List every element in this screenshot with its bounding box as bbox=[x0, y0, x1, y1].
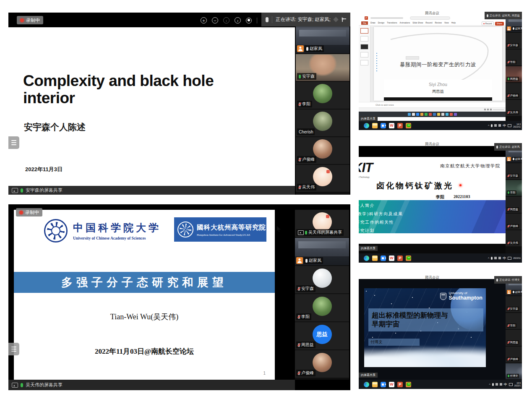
participant-tile[interactable]: 安宇森 bbox=[506, 296, 522, 312]
slide-thumbnail[interactable] bbox=[360, 60, 368, 65]
ribbon-tab-draw[interactable]: Draw bbox=[370, 21, 376, 25]
ribbon-tab-view[interactable]: View bbox=[444, 21, 449, 25]
keyboard-icon[interactable] bbox=[508, 124, 511, 127]
wps-icon[interactable] bbox=[389, 256, 394, 261]
tray-volume-icon[interactable] bbox=[498, 124, 501, 127]
ime-indicator[interactable]: 中 bbox=[503, 256, 506, 261]
participant-tile[interactable]: 思益周思益 bbox=[506, 330, 522, 346]
ribbon-tab-file[interactable]: File bbox=[361, 21, 368, 25]
slide-thumbnail[interactable] bbox=[360, 28, 368, 34]
search-input[interactable] bbox=[410, 16, 450, 20]
participant-tile[interactable]: 李阳 bbox=[296, 82, 349, 109]
ribbon-tab-review[interactable]: Review bbox=[435, 21, 441, 25]
slide-thumbnail[interactable] bbox=[360, 52, 368, 57]
zoom-out-icon[interactable]: − bbox=[212, 17, 218, 23]
wps-icon[interactable] bbox=[389, 382, 394, 387]
ime-indicator[interactable]: 中 bbox=[504, 382, 507, 387]
participant-tile[interactable]: 赵家凤 bbox=[295, 238, 349, 265]
meeting-icon[interactable] bbox=[381, 382, 386, 387]
clock[interactable]: 2022/11 bbox=[513, 257, 521, 259]
tray-network-icon[interactable] bbox=[495, 383, 498, 386]
tray-expand-icon[interactable]: ^ bbox=[489, 383, 490, 386]
powerpoint-icon[interactable] bbox=[397, 256, 403, 261]
wps-icon[interactable] bbox=[389, 123, 394, 128]
pinned-app-icon[interactable] bbox=[416, 113, 419, 116]
participant-tile[interactable]: 卢俊峰 bbox=[296, 137, 349, 164]
participant-tile[interactable]: 周思益 bbox=[506, 66, 522, 82]
wechat-icon[interactable] bbox=[406, 256, 411, 261]
meeting-icon[interactable] bbox=[381, 123, 386, 128]
tray-mic-icon[interactable] bbox=[492, 383, 494, 386]
participant-tile[interactable]: 吴天伟 bbox=[296, 165, 349, 192]
explorer-icon[interactable] bbox=[372, 382, 378, 387]
explorer-icon[interactable] bbox=[372, 123, 378, 128]
participant-tile[interactable]: 李阳 bbox=[506, 180, 522, 196]
tray-mic-icon[interactable] bbox=[491, 257, 493, 260]
ime-indicator[interactable]: 中 bbox=[503, 123, 506, 128]
tray-network-icon[interactable] bbox=[494, 257, 497, 259]
tray-mic-icon[interactable] bbox=[491, 124, 493, 127]
pinned-app-icon[interactable] bbox=[450, 113, 453, 116]
clock[interactable]: 15:52022/1 bbox=[514, 382, 521, 387]
keyboard-icon[interactable] bbox=[509, 383, 513, 386]
participant-tile[interactable]: 李阳 bbox=[295, 294, 349, 321]
participant-tile[interactable]: Cherish bbox=[296, 110, 349, 136]
ribbon-tab-transitions[interactable]: Transitions bbox=[387, 21, 397, 25]
participant-tile[interactable]: 卢俊峰 bbox=[506, 83, 522, 99]
prev-slide-icon[interactable]: ‹ bbox=[223, 17, 229, 23]
participant-tile[interactable]: 安宇森 bbox=[295, 266, 349, 293]
ribbon-tab-design[interactable]: Design bbox=[378, 21, 385, 25]
pinned-app-icon[interactable] bbox=[425, 113, 428, 116]
participant-tile[interactable]: 吴天伟的屏幕共享 bbox=[295, 210, 349, 237]
participant-tile[interactable]: 吴天伟 bbox=[506, 230, 522, 246]
slide-thumbnail[interactable] bbox=[360, 44, 368, 50]
explorer-icon[interactable] bbox=[372, 256, 378, 261]
tray-expand-icon[interactable]: ^ bbox=[488, 124, 489, 127]
pinned-app-icon[interactable] bbox=[412, 113, 415, 116]
participant-tile[interactable]: 安宇森 bbox=[506, 33, 522, 49]
edge-icon[interactable] bbox=[364, 256, 369, 261]
ribbon-tab-record[interactable]: Record bbox=[425, 21, 432, 25]
participant-tile[interactable]: 李阳 bbox=[506, 50, 522, 65]
participant-tile[interactable]: 吴天伟 bbox=[506, 100, 522, 116]
record-icon[interactable] bbox=[246, 18, 252, 23]
pinned-app-icon[interactable] bbox=[446, 113, 449, 116]
participant-tile[interactable]: 赵家凤 bbox=[296, 26, 349, 53]
participant-tile[interactable]: 卢俊峰 bbox=[295, 350, 349, 378]
view-icon[interactable] bbox=[487, 109, 489, 110]
pinned-app-icon[interactable] bbox=[441, 113, 444, 116]
participant-tile[interactable]: 安宇森 bbox=[506, 163, 522, 179]
participant-tile[interactable]: 李阳 bbox=[506, 313, 522, 329]
participant-tile[interactable]: 思益周思益 bbox=[295, 322, 349, 349]
tray-network-icon[interactable] bbox=[494, 124, 497, 127]
tray-expand-icon[interactable]: ^ bbox=[488, 257, 489, 260]
pinned-app-icon[interactable] bbox=[433, 113, 436, 116]
slide-thumbnail[interactable] bbox=[360, 36, 368, 42]
pinned-app-icon[interactable] bbox=[429, 113, 432, 116]
wechat-icon[interactable] bbox=[406, 382, 411, 387]
share-button[interactable]: Share bbox=[495, 22, 504, 26]
ribbon-tab-slide-show[interactable]: Slide Show bbox=[412, 21, 423, 25]
pinned-app-icon[interactable] bbox=[437, 113, 440, 116]
tray-volume-icon[interactable] bbox=[500, 383, 502, 386]
notes-area[interactable]: Click to add notes bbox=[359, 102, 506, 108]
powerpoint-icon[interactable] bbox=[397, 123, 403, 128]
keyboard-icon[interactable] bbox=[508, 257, 511, 260]
wechat-icon[interactable] bbox=[406, 123, 411, 128]
powerpoint-icon[interactable] bbox=[397, 382, 403, 387]
zoom-slider[interactable] bbox=[493, 110, 504, 110]
view-icon[interactable] bbox=[490, 109, 492, 110]
tray-volume-icon[interactable] bbox=[498, 257, 501, 259]
pinned-app-icon[interactable] bbox=[454, 113, 457, 116]
participant-tile[interactable]: 思益周思益 bbox=[506, 197, 522, 213]
participant-tile[interactable]: 安宇森 bbox=[296, 54, 349, 81]
record-button[interactable]: Record bbox=[482, 21, 494, 26]
participant-tile[interactable]: 卢俊峰 bbox=[506, 214, 522, 229]
next-slide-icon[interactable]: › bbox=[235, 17, 241, 23]
view-icon[interactable] bbox=[484, 109, 486, 110]
annotation-handle[interactable] bbox=[8, 343, 19, 355]
clock[interactable]: 14:32022/11 bbox=[513, 123, 521, 128]
pinned-app-icon[interactable] bbox=[420, 113, 423, 116]
ribbon-tab-animations[interactable]: Animations bbox=[400, 21, 410, 25]
ribbon-tab-help[interactable]: Help bbox=[451, 21, 456, 25]
